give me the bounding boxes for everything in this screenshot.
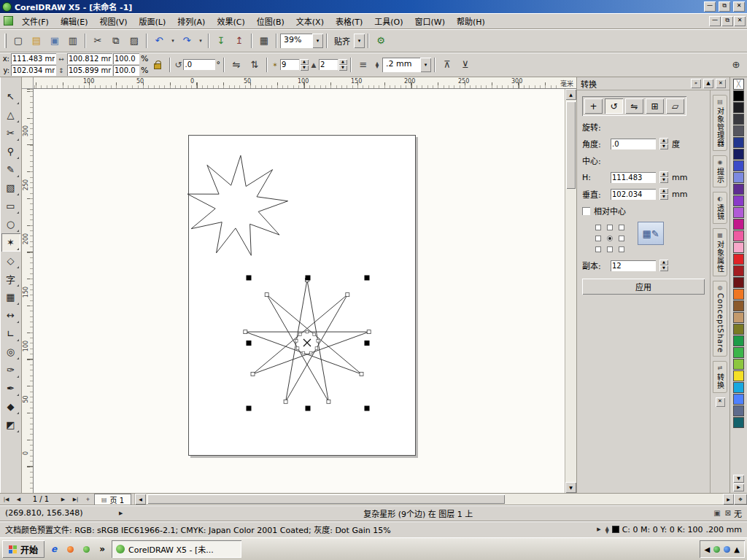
doc-close-button[interactable]: ✕ — [734, 16, 746, 26]
import-button[interactable]: ↧ — [212, 32, 230, 50]
outline-tool[interactable]: ✒ — [1, 379, 20, 397]
docker-tab-transform[interactable]: ⇄转换 — [713, 361, 727, 393]
tray-expand-icon[interactable]: ◀ — [705, 545, 711, 553]
curve-node[interactable] — [367, 330, 371, 334]
spin-up-button[interactable]: ▲ — [300, 59, 309, 65]
doc-minimize-button[interactable]: — — [709, 16, 721, 26]
table-tool[interactable]: ▦ — [1, 288, 20, 306]
document-navigator-button[interactable]: ⌖ — [734, 494, 747, 505]
selection-handle[interactable] — [365, 406, 370, 411]
copy-button[interactable]: ⧉ — [107, 32, 125, 50]
undo-button[interactable]: ↶ — [150, 32, 168, 50]
color-swatch-black[interactable] — [733, 90, 744, 101]
apply-to-duplicate-icon-button[interactable]: ▦✎ — [638, 222, 664, 245]
color-swatch-light-pink[interactable] — [733, 242, 744, 253]
cut-button[interactable]: ✂ — [89, 32, 107, 50]
menu-view[interactable]: 视图(V) — [93, 13, 133, 29]
transform-size-button[interactable]: ⊞ — [646, 98, 664, 114]
curve-midpoint-node[interactable] — [315, 347, 318, 350]
crop-tool[interactable]: ✂ — [1, 124, 20, 142]
quick-launch-app-icon[interactable] — [80, 542, 93, 556]
dimension-tool[interactable]: ↔ — [1, 306, 20, 324]
docker-tab-object-manager[interactable]: ▤对象管理器 — [713, 95, 727, 151]
color-swatch-violet[interactable] — [733, 195, 744, 206]
scale-h-input[interactable] — [113, 53, 139, 64]
menu-file[interactable]: 文件(F) — [16, 13, 55, 29]
curve-node[interactable] — [244, 330, 247, 334]
redo-dropdown-button[interactable]: ▾ — [196, 32, 205, 50]
options-button[interactable]: ⚙ — [372, 32, 390, 50]
spin-up-button[interactable]: ▲ — [659, 188, 668, 194]
interactive-fill-tool[interactable]: ◩ — [1, 416, 20, 434]
wrap-text-button[interactable]: ≡ — [355, 56, 372, 74]
vertical-scroll-thumb[interactable] — [566, 101, 576, 189]
first-page-button[interactable]: |◀ — [0, 494, 12, 505]
paste-button[interactable]: ▨ — [125, 32, 143, 50]
next-page-button[interactable]: ▶ — [57, 494, 69, 505]
curve-node[interactable] — [251, 373, 255, 376]
convert-settings-button[interactable]: ⊕ — [727, 56, 745, 74]
menu-layout[interactable]: 版面(L) — [133, 13, 172, 29]
add-page-button[interactable]: + — [82, 494, 94, 505]
scroll-right-button[interactable]: ▶ — [723, 494, 734, 505]
start-button[interactable]: 开始 — [2, 540, 44, 558]
chevron-down-icon[interactable]: ▾ — [354, 34, 365, 48]
scroll-left-button[interactable]: ◀ — [135, 494, 146, 505]
text-tool[interactable]: 字 — [1, 270, 20, 288]
quick-launch-overflow-chevron[interactable]: » — [96, 542, 109, 556]
spin-down-button[interactable]: ▼ — [300, 65, 309, 71]
last-page-button[interactable]: ▶| — [69, 494, 82, 505]
zoom-tool[interactable]: ⚲ — [1, 142, 20, 160]
outline-width-dropdown[interactable]: .2 mm ▾ — [382, 58, 431, 72]
polygon-tool[interactable]: ✶ — [1, 233, 20, 252]
spin-up-button[interactable]: ▲ — [659, 171, 668, 177]
document-info-icon[interactable]: ▣ — [713, 509, 720, 517]
angle-input[interactable] — [611, 139, 656, 149]
spin-down-button[interactable]: ▼ — [659, 177, 668, 183]
relative-center-checkbox[interactable] — [582, 207, 590, 215]
star-points-input[interactable] — [280, 59, 299, 70]
y-position-input[interactable] — [11, 65, 56, 76]
palette-scroll-down-button[interactable]: ▼ — [733, 475, 744, 483]
restore-button[interactable]: ⧉ — [719, 1, 730, 12]
menu-table[interactable]: 表格(T) — [330, 13, 368, 29]
rotation-angle-input[interactable] — [183, 59, 215, 70]
spin-down-button[interactable]: ▼ — [659, 194, 668, 200]
mirror-vertical-button[interactable]: ⇅ — [246, 56, 263, 74]
color-swatch-yellow-green[interactable] — [733, 359, 744, 370]
x-position-input[interactable] — [11, 53, 56, 64]
vertical-scrollbar[interactable]: ▲ ▼ — [565, 89, 576, 493]
menu-arrange[interactable]: 排列(A) — [171, 13, 211, 29]
color-swatch-orchid[interactable] — [733, 207, 744, 218]
anchor-top-right[interactable] — [619, 225, 624, 230]
close-button[interactable]: ✕ — [733, 1, 745, 12]
color-swatch-periwinkle[interactable] — [733, 172, 744, 183]
color-swatch-blue[interactable] — [733, 137, 744, 148]
transform-position-button[interactable]: + — [584, 98, 603, 114]
curve-midpoint-node[interactable] — [313, 333, 316, 336]
anchor-bottom[interactable] — [607, 246, 613, 252]
anchor-top-left[interactable] — [595, 225, 601, 230]
docker-tabs-close-button[interactable]: ✕ — [716, 397, 725, 407]
curve-node[interactable] — [284, 400, 287, 403]
open-button[interactable]: ▤ — [28, 32, 45, 50]
color-swatch-maroon[interactable] — [733, 277, 744, 288]
anchor-center[interactable] — [607, 236, 613, 241]
selection-handle[interactable] — [247, 406, 252, 411]
copies-input[interactable] — [611, 260, 656, 271]
sharpness-spinner[interactable]: ▲▼ — [338, 59, 347, 71]
object-height-input[interactable] — [67, 65, 112, 76]
selection-handle[interactable] — [306, 276, 311, 281]
transform-skew-button[interactable]: ▱ — [666, 98, 684, 114]
zoom-combobox[interactable]: 39% ▾ — [280, 34, 323, 48]
color-swatch-80-black[interactable] — [733, 114, 744, 125]
curve-midpoint-node[interactable] — [299, 333, 302, 336]
anchor-top[interactable] — [607, 225, 613, 230]
docker-tab-hints[interactable]: ◉提示 — [713, 155, 727, 187]
page-tab[interactable]: ▤ 页 1 — [94, 494, 131, 505]
vertical-ruler[interactable]: 300250200150100500 — [22, 89, 34, 493]
color-swatch-dark-teal[interactable] — [733, 417, 744, 428]
selection-handle[interactable] — [247, 341, 252, 346]
curve-node[interactable] — [360, 373, 363, 376]
profile-flyout-icon[interactable]: ▶ — [597, 526, 600, 532]
